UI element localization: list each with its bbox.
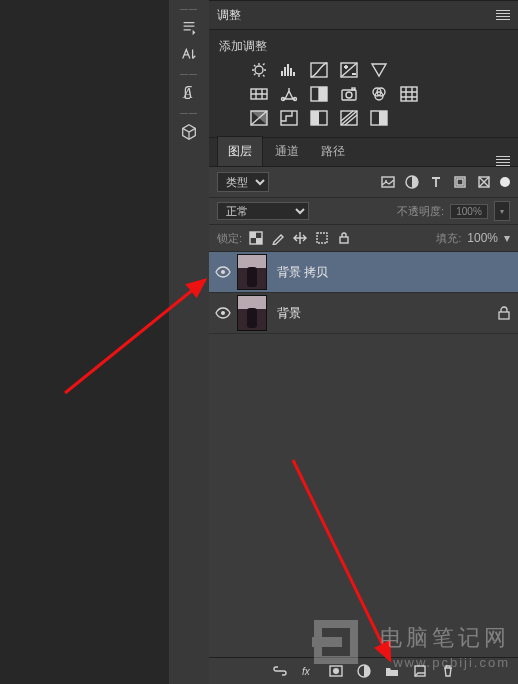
filter-type-icon[interactable] — [428, 174, 444, 190]
visibility-eye-icon[interactable] — [209, 266, 237, 278]
mini-toolstrip: —— —— A —— — [169, 0, 209, 684]
filter-image-icon[interactable] — [380, 174, 396, 190]
blend-mode-select[interactable]: 正常 — [217, 202, 309, 220]
svg-point-35 — [221, 311, 225, 315]
blend-opacity-row: 正常 不透明度: 100% ▾ — [209, 198, 518, 225]
layers-panel-menu-icon[interactable] — [496, 156, 510, 166]
delete-layer-icon[interactable] — [440, 663, 456, 679]
color-balance-icon[interactable] — [279, 85, 299, 103]
adjustments-title: 调整 — [217, 7, 241, 24]
svg-rect-30 — [250, 232, 256, 238]
channel-mixer-icon[interactable] — [369, 85, 389, 103]
new-group-icon[interactable] — [384, 663, 400, 679]
lock-position-icon[interactable] — [292, 230, 308, 246]
tab-paths[interactable]: 路径 — [311, 137, 355, 166]
layer-row[interactable]: 背景 — [209, 293, 518, 334]
svg-point-10 — [346, 92, 352, 98]
layer-name[interactable]: 背景 — [277, 305, 490, 322]
glyph-panel-icon[interactable]: A — [174, 80, 204, 106]
curves-icon[interactable] — [309, 61, 329, 79]
layer-thumbnail[interactable] — [237, 295, 267, 331]
layers-list: 背景 拷贝 背景 — [209, 252, 518, 657]
lock-fill-row: 锁定: 填充: 100% ▾ — [209, 225, 518, 252]
svg-rect-31 — [256, 238, 262, 244]
selective-color-icon[interactable] — [369, 109, 389, 127]
add-adjustment-label: 添加调整 — [219, 38, 508, 55]
svg-rect-33 — [340, 237, 348, 243]
opacity-label: 不透明度: — [397, 204, 444, 219]
lock-label: 锁定: — [217, 231, 242, 246]
gradient-map-icon[interactable] — [339, 109, 359, 127]
layer-lock-icon — [490, 306, 518, 320]
filter-shape-icon[interactable] — [452, 174, 468, 190]
canvas-area — [0, 0, 169, 684]
toolstrip-group-label-3: —— — [180, 108, 198, 117]
posterize-icon[interactable] — [279, 109, 299, 127]
layer-mask-icon[interactable] — [328, 663, 344, 679]
paragraph-panel-icon[interactable] — [174, 15, 204, 41]
lock-pixels-icon[interactable] — [270, 230, 286, 246]
lock-all-icon[interactable] — [336, 230, 352, 246]
new-layer-icon[interactable] — [412, 663, 428, 679]
svg-rect-8 — [319, 87, 327, 101]
cube-3d-icon[interactable] — [174, 119, 204, 145]
lock-transparency-icon[interactable] — [248, 230, 264, 246]
svg-text:A: A — [183, 85, 193, 101]
adjustments-body: 添加调整 — [209, 30, 518, 138]
photo-filter-icon[interactable] — [339, 85, 359, 103]
lock-artboard-icon[interactable] — [314, 230, 330, 246]
svg-rect-32 — [317, 233, 327, 243]
svg-point-39 — [333, 668, 339, 674]
fill-value[interactable]: 100% — [467, 231, 498, 245]
brightness-contrast-icon[interactable] — [249, 61, 269, 79]
exposure-icon[interactable] — [339, 61, 359, 79]
layer-row[interactable]: 背景 拷贝 — [209, 252, 518, 293]
hue-saturation-icon[interactable] — [249, 85, 269, 103]
layer-filter-type-select[interactable]: 类型 — [217, 172, 269, 192]
opacity-dropdown-icon[interactable]: ▾ — [494, 201, 510, 221]
filter-smart-icon[interactable] — [476, 174, 492, 190]
tab-layers[interactable]: 图层 — [217, 136, 263, 166]
color-lookup-icon[interactable] — [399, 85, 419, 103]
black-white-icon[interactable] — [309, 85, 329, 103]
svg-rect-36 — [499, 312, 509, 319]
layer-filter-row: 类型 — [209, 167, 518, 198]
filter-toggle-icon[interactable] — [500, 177, 510, 187]
layers-bottom-bar: fx — [209, 657, 518, 684]
tab-channels[interactable]: 通道 — [265, 137, 309, 166]
levels-icon[interactable] — [279, 61, 299, 79]
svg-text:fx: fx — [302, 666, 311, 677]
toolstrip-group-label: —— — [180, 4, 198, 13]
layers-panel-tabs: 图层 通道 路径 — [209, 138, 518, 167]
opacity-value[interactable]: 100% — [450, 204, 488, 219]
fill-label: 填充: — [436, 231, 461, 246]
vibrance-icon[interactable] — [369, 61, 389, 79]
invert-icon[interactable] — [249, 109, 269, 127]
layer-style-icon[interactable]: fx — [300, 663, 316, 679]
adjustment-icons-grid — [219, 61, 508, 127]
toolstrip-group-label-2: —— — [180, 69, 198, 78]
panel-menu-icon[interactable] — [496, 10, 510, 20]
adjustments-panel-header: 调整 — [209, 0, 518, 30]
visibility-eye-icon[interactable] — [209, 307, 237, 319]
svg-rect-19 — [311, 111, 319, 125]
threshold-icon[interactable] — [309, 109, 329, 127]
new-adjustment-layer-icon[interactable] — [356, 663, 372, 679]
svg-rect-22 — [379, 111, 387, 125]
svg-point-34 — [221, 270, 225, 274]
layer-name[interactable]: 背景 拷贝 — [277, 264, 518, 281]
svg-rect-11 — [352, 88, 355, 90]
svg-point-1 — [255, 66, 263, 74]
character-panel-icon[interactable] — [174, 41, 204, 67]
svg-rect-17 — [281, 111, 297, 125]
fill-dropdown-icon[interactable]: ▾ — [504, 231, 510, 245]
watermark-logo-icon — [314, 620, 358, 664]
link-layers-icon[interactable] — [272, 663, 288, 679]
layer-thumbnail[interactable] — [237, 254, 267, 290]
filter-adjust-icon[interactable] — [404, 174, 420, 190]
svg-rect-15 — [401, 87, 417, 101]
svg-rect-27 — [457, 179, 463, 185]
right-panels: 调整 添加调整 — [209, 0, 518, 684]
